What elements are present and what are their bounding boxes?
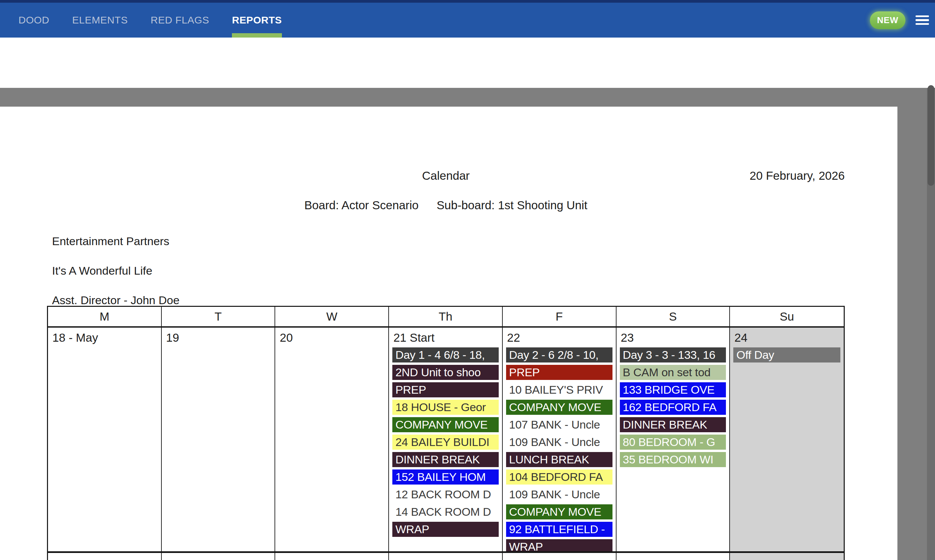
schedule-item: 107 BANK - Uncle bbox=[506, 417, 613, 432]
schedule-item: 92 BATTLEFIELD - bbox=[506, 522, 613, 537]
nav-tab-red-flags[interactable]: RED FLAGS bbox=[151, 3, 210, 38]
calendar-day-cell bbox=[162, 553, 276, 560]
report-preview-canvas: Calendar 20 February, 2026 Board: Actor … bbox=[0, 88, 935, 560]
schedule-item: 24 BAILEY BUILDI bbox=[392, 435, 499, 450]
report-title: Calendar bbox=[47, 169, 845, 182]
weekday-header: S bbox=[617, 307, 730, 326]
calendar-day-cell: 19 bbox=[162, 328, 276, 551]
calendar-day-cell bbox=[503, 553, 617, 560]
day-number-label: 20 bbox=[275, 328, 388, 348]
schedule-item: DINNER BREAK bbox=[392, 452, 499, 467]
calendar-day-cell bbox=[617, 553, 730, 560]
day-number-label: 19 bbox=[162, 328, 275, 348]
schedule-item: 12 BACK ROOM D bbox=[392, 487, 499, 502]
schedule-item: LUNCH BREAK bbox=[506, 452, 613, 467]
weekday-header: Th bbox=[389, 307, 503, 326]
calendar-day-cell bbox=[730, 553, 844, 560]
calendar-table: MTWThFSSu 18 - May192021 StartDay 1 - 4 … bbox=[47, 306, 845, 560]
schedule-item: 109 BANK - Uncle bbox=[506, 435, 613, 450]
schedule-item: Day 1 - 4 6/8 - 18, bbox=[392, 348, 499, 363]
schedule-item: 35 BEDROOM WI bbox=[620, 452, 726, 467]
nav-tab-elements[interactable]: ELEMENTS bbox=[72, 3, 128, 38]
schedule-item: 133 BRIDGE OVE bbox=[620, 382, 726, 397]
day-number-label: 18 - May bbox=[48, 328, 161, 348]
weekday-header: W bbox=[275, 307, 389, 326]
schedule-item: WRAP bbox=[506, 539, 613, 551]
schedule-item: Day 3 - 3 - 133, 16 bbox=[620, 348, 726, 363]
day-number-label: 21 Start bbox=[389, 328, 502, 348]
calendar-day-cell: 22Day 2 - 6 2/8 - 10,PREP10 BAILEY'S PRI… bbox=[503, 328, 617, 551]
schedule-item: COMPANY MOVE bbox=[506, 400, 613, 415]
schedule-item: 152 BAILEY HOM bbox=[392, 469, 499, 485]
schedule-item: 162 BEDFORD FA bbox=[620, 400, 726, 415]
calendar-day-cell bbox=[275, 553, 389, 560]
calendar-day-cell: 18 - May bbox=[48, 328, 162, 551]
production-title: It's A Wonderful Life bbox=[52, 264, 152, 277]
calendar-day-cell bbox=[389, 553, 503, 560]
nav-right-group: NEW bbox=[870, 3, 929, 38]
schedule-item: WRAP bbox=[392, 522, 499, 537]
schedule-item: 18 HOUSE - Geor bbox=[392, 400, 499, 415]
schedule-item: COMPANY MOVE bbox=[392, 417, 499, 432]
schedule-item: 10 BAILEY'S PRIV bbox=[506, 382, 613, 397]
new-feature-badge: NEW bbox=[870, 11, 906, 29]
calendar-day-cell: 21 StartDay 1 - 4 6/8 - 18,2ND Unit to s… bbox=[389, 328, 503, 551]
schedule-item: COMPANY MOVE bbox=[506, 504, 613, 519]
calendar-day-cell bbox=[48, 553, 162, 560]
director-credit: Asst. Director - John Doe bbox=[52, 294, 179, 307]
schedule-item: 109 BANK - Uncle bbox=[506, 487, 613, 502]
hamburger-menu-icon[interactable] bbox=[915, 15, 929, 25]
weekday-header: T bbox=[162, 307, 276, 326]
day-number-label: 23 bbox=[617, 328, 730, 348]
schedule-item: B CAM on set tod bbox=[620, 365, 726, 380]
schedule-item: PREP bbox=[506, 365, 613, 380]
calendar-day-cell: 20 bbox=[275, 328, 389, 551]
schedule-item: Off Day bbox=[733, 348, 840, 363]
calendar-day-cell: 23Day 3 - 3 - 133, 16B CAM on set tod133… bbox=[617, 328, 730, 551]
calendar-next-week-row-partial bbox=[48, 553, 844, 560]
schedule-item: 14 BACK ROOM D bbox=[392, 504, 499, 519]
weekday-header: Su bbox=[730, 307, 844, 326]
report-page: Calendar 20 February, 2026 Board: Actor … bbox=[0, 107, 897, 560]
calendar-week-row: 18 - May192021 StartDay 1 - 4 6/8 - 18,2… bbox=[48, 328, 844, 553]
schedule-item: 80 BEDROOM - G bbox=[620, 435, 726, 450]
weekday-header: F bbox=[503, 307, 617, 326]
schedule-item: 104 BEDFORD FA bbox=[506, 469, 613, 485]
browser-top-strip bbox=[0, 0, 935, 3]
schedule-item: DINNER BREAK bbox=[620, 417, 726, 432]
day-number-label: 22 bbox=[503, 328, 616, 348]
report-board-line: Board: Actor Scenario Sub-board: 1st Sho… bbox=[47, 198, 845, 212]
day-number-label: 24 bbox=[730, 328, 844, 348]
vertical-scrollbar-thumb[interactable] bbox=[927, 85, 934, 186]
schedule-item: PREP bbox=[392, 382, 499, 397]
nav-tab-reports[interactable]: REPORTS bbox=[232, 3, 282, 38]
report-toolbar: g Unit FROM 21 May, 2026 TO 22 Jun, 2026 bbox=[0, 38, 935, 88]
nav-tab-dood[interactable]: DOOD bbox=[19, 3, 49, 38]
schedule-item: 2ND Unit to shoo bbox=[392, 365, 499, 380]
weekday-header: M bbox=[48, 307, 162, 326]
app-window: DOOD ELEMENTS RED FLAGS REPORTS NEW g Un… bbox=[0, 0, 935, 560]
calendar-weekday-header-row: MTWThFSSu bbox=[48, 307, 844, 328]
vertical-scrollbar-track[interactable] bbox=[927, 88, 935, 560]
main-nav: DOOD ELEMENTS RED FLAGS REPORTS NEW bbox=[0, 3, 935, 38]
schedule-item: Day 2 - 6 2/8 - 10, bbox=[506, 348, 613, 363]
company-name: Entertainment Partners bbox=[52, 235, 170, 248]
calendar-day-cell: 24Off Day bbox=[730, 328, 844, 551]
report-generated-date: 20 February, 2026 bbox=[750, 169, 845, 182]
board-name: Board: Actor Scenario bbox=[304, 198, 418, 212]
subboard-name: Sub-board: 1st Shooting Unit bbox=[437, 198, 587, 212]
